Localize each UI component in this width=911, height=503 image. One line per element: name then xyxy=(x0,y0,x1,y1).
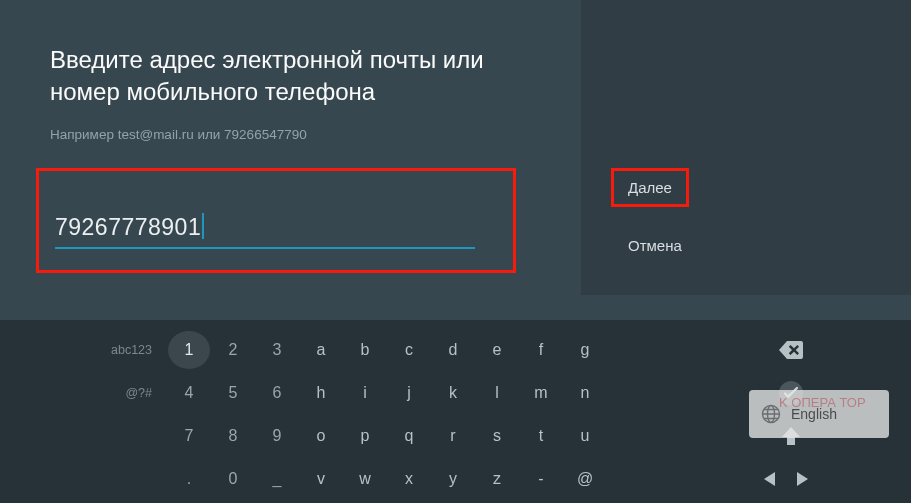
key-dot[interactable]: . xyxy=(168,460,210,498)
key-w[interactable]: w xyxy=(344,460,386,498)
key-6[interactable]: 6 xyxy=(256,374,298,412)
form-panel: Введите адрес электронной почты или номе… xyxy=(0,0,581,295)
cursor-left-key[interactable] xyxy=(756,460,784,498)
key-y[interactable]: y xyxy=(432,460,474,498)
key-n[interactable]: n xyxy=(564,374,606,412)
backspace-key[interactable] xyxy=(761,331,821,369)
key-d[interactable]: d xyxy=(432,331,474,369)
key-z[interactable]: z xyxy=(476,460,518,498)
key-u[interactable]: u xyxy=(564,417,606,455)
input-highlight-box: 79267778901 xyxy=(36,168,516,273)
next-button[interactable]: Далее xyxy=(614,171,686,204)
key-s[interactable]: s xyxy=(476,417,518,455)
key-b[interactable]: b xyxy=(344,331,386,369)
page-title: Введите адрес электронной почты или номе… xyxy=(50,44,531,109)
triangle-left-icon xyxy=(764,472,776,486)
key-a[interactable]: a xyxy=(300,331,342,369)
key-x[interactable]: x xyxy=(388,460,430,498)
key-4[interactable]: 4 xyxy=(168,374,210,412)
key-7[interactable]: 7 xyxy=(168,417,210,455)
key-j[interactable]: j xyxy=(388,374,430,412)
key-f[interactable]: f xyxy=(520,331,562,369)
key-p[interactable]: p xyxy=(344,417,386,455)
key-at[interactable]: @ xyxy=(564,460,606,498)
key-0[interactable]: 0 xyxy=(212,460,254,498)
keyboard-mode-abc123[interactable]: abc123 xyxy=(90,343,168,357)
key-c[interactable]: c xyxy=(388,331,430,369)
key-3[interactable]: 3 xyxy=(256,331,298,369)
keyboard-row: . 0 _ v w x y z - @ xyxy=(90,459,821,499)
email-phone-input[interactable]: 79267778901 xyxy=(55,209,475,249)
key-l[interactable]: l xyxy=(476,374,518,412)
triangle-right-icon xyxy=(796,472,808,486)
key-8[interactable]: 8 xyxy=(212,417,254,455)
keyboard-row: 7 8 9 o p q r s t u xyxy=(90,416,821,456)
keyboard-row: @?# 4 5 6 h i j k l m n xyxy=(90,373,821,413)
keyboard-row: abc123 1 2 3 a b c d e f g xyxy=(90,330,821,370)
key-e[interactable]: e xyxy=(476,331,518,369)
key-v[interactable]: v xyxy=(300,460,342,498)
key-q[interactable]: q xyxy=(388,417,430,455)
language-switcher[interactable]: English K ОПЕРА ТОР xyxy=(749,390,889,438)
input-hint: Например test@mail.ru или 79266547790 xyxy=(50,127,531,142)
key-5[interactable]: 5 xyxy=(212,374,254,412)
next-highlight-box: Далее xyxy=(611,168,689,207)
key-g[interactable]: g xyxy=(564,331,606,369)
input-value: 79267778901 xyxy=(55,214,201,241)
key-dash[interactable]: - xyxy=(520,460,562,498)
text-caret xyxy=(202,213,204,239)
key-underscore[interactable]: _ xyxy=(256,460,298,498)
key-t[interactable]: t xyxy=(520,417,562,455)
key-2[interactable]: 2 xyxy=(212,331,254,369)
actions-panel: Далее Отмена xyxy=(581,0,911,295)
globe-icon xyxy=(761,404,781,424)
key-9[interactable]: 9 xyxy=(256,417,298,455)
keyboard-mode-symbols[interactable]: @?# xyxy=(90,386,168,400)
cursor-right-key[interactable] xyxy=(788,460,816,498)
key-i[interactable]: i xyxy=(344,374,386,412)
language-label: English xyxy=(791,406,837,422)
key-1[interactable]: 1 xyxy=(168,331,210,369)
key-r[interactable]: r xyxy=(432,417,474,455)
key-o[interactable]: o xyxy=(300,417,342,455)
cancel-button[interactable]: Отмена xyxy=(614,227,871,264)
key-h[interactable]: h xyxy=(300,374,342,412)
backspace-icon xyxy=(779,341,803,359)
key-k[interactable]: k xyxy=(432,374,474,412)
key-m[interactable]: m xyxy=(520,374,562,412)
